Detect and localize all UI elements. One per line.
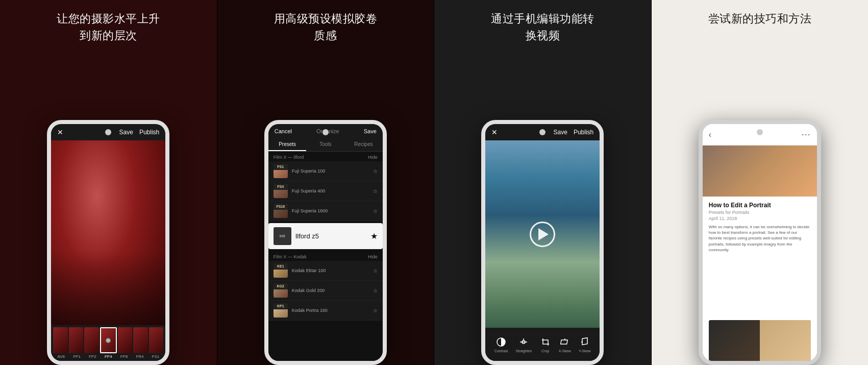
active-indicator — [106, 338, 111, 343]
contrast-icon — [495, 336, 507, 348]
panel-2: 用高级预设模拟胶卷质感 Cancel Organize Save Presets… — [217, 0, 434, 365]
close-icon-3[interactable]: ✕ — [491, 128, 498, 136]
preset-star-ih5[interactable]: ★ — [370, 231, 378, 241]
article-date: April 11, 2018 — [709, 216, 811, 221]
film-label-fp4: FP4 — [101, 354, 116, 359]
tab-recipes[interactable]: Recipes — [344, 138, 383, 151]
preset-item-fs1[interactable]: FS1 Fuji Superia 100 ☆ — [268, 161, 383, 181]
preset-thumb-ih5: IH5 — [274, 227, 291, 245]
close-icon[interactable]: ✕ — [57, 128, 63, 136]
preset-thumb-ke1: KE1 — [274, 263, 288, 278]
yskew-icon — [579, 336, 590, 348]
phone-1-actions: Save Publish — [119, 129, 160, 136]
phone-1-frame: ✕ Save Publish — [47, 120, 169, 365]
film-thumb-fp2[interactable] — [84, 327, 99, 353]
phone-3-video-image — [485, 140, 600, 328]
article-body: With so many options, it can be overwhel… — [709, 224, 811, 253]
film-label-fp1: FP1 — [69, 354, 85, 359]
phone-2-screen: Cancel Organize Save Presets Tools Recip… — [268, 124, 383, 361]
phone-2-frame: Cancel Organize Save Presets Tools Recip… — [264, 120, 387, 365]
svg-rect-4 — [561, 340, 567, 344]
phone-4-frame: ‹ ··· How to Edit a Portrait Presets for… — [699, 120, 821, 365]
phone-3-screen: ✕ Save Publish — [485, 124, 600, 361]
preset-thumb-fs1: FS1 — [274, 164, 288, 178]
preset-name-kg2: Kodak Gold 200 — [292, 288, 369, 293]
straighten-icon — [518, 336, 529, 348]
phone-2-topbar: Cancel Organize Save — [268, 124, 383, 138]
phone-4-topbar: ‹ ··· — [703, 124, 817, 145]
cancel-button[interactable]: Cancel — [275, 128, 292, 134]
film-thumb-fr4[interactable] — [133, 327, 148, 353]
filmstrip-labels: AV8 FP1 FP2 FP4 FP8 FR4 FS1 — [51, 353, 165, 361]
preset-thumb-kg2: KG2 — [274, 283, 288, 298]
film-thumb-fp1[interactable] — [69, 327, 84, 353]
section-ilford-name: Film X — Ilford — [274, 155, 304, 160]
more-options-button[interactable]: ··· — [802, 129, 811, 140]
preset-item-fs16[interactable]: FS16 Fuji Superia 1600 ☆ — [268, 201, 383, 221]
preset-item-ih5[interactable]: IH5 Ilford z5 ★ — [268, 223, 383, 249]
panel-2-title: 用高级预设模拟胶卷质感 — [217, 0, 434, 52]
tool-straighten[interactable]: Straighten — [516, 336, 532, 353]
preset-name-fs1: Fuji Superia 100 — [292, 168, 369, 174]
svg-rect-6 — [582, 337, 587, 345]
tool-yskew[interactable]: Y-Skew — [579, 336, 590, 353]
phone-4-screen: ‹ ··· How to Edit a Portrait Presets for… — [703, 124, 817, 361]
xskew-label: X-Skew — [559, 349, 571, 353]
presets-list: Film X — Ilford Hide FS1 Fuji Superia 10… — [268, 152, 383, 361]
section-ilford-header: Film X — Ilford Hide — [268, 152, 383, 161]
film-thumb-fs1[interactable] — [149, 327, 164, 353]
crop-icon — [540, 336, 551, 348]
save-button-3[interactable]: Save — [554, 129, 567, 136]
tool-xskew[interactable]: X-Skew — [559, 336, 571, 353]
phone-3-actions: Save Publish — [554, 129, 594, 136]
publish-button-3[interactable]: Publish — [574, 129, 593, 136]
film-label-av8: AV8 — [53, 354, 69, 359]
play-button[interactable] — [530, 222, 555, 247]
section-kodak-name: Film X — Kodak — [274, 254, 307, 259]
preset-item-kp1[interactable]: KP1 Kodak Portra 160 ☆ — [268, 301, 383, 321]
preset-thumb-fs4: FS4 — [274, 184, 288, 198]
film-label-fp2: FP2 — [85, 354, 101, 359]
preset-item-fs4[interactable]: FS4 Fuji Superia 400 ☆ — [268, 181, 383, 201]
preset-star-fs4[interactable]: ☆ — [373, 188, 378, 194]
film-label-fr4: FR4 — [132, 354, 148, 359]
article-hero-image — [703, 145, 817, 197]
yskew-label: Y-Skew — [579, 349, 590, 353]
phone-1-image — [51, 140, 165, 325]
preset-name-fs4: Fuji Superia 400 — [292, 188, 369, 193]
preset-thumb-kp1: KP1 — [274, 303, 288, 318]
back-button[interactable]: ‹ — [709, 130, 711, 139]
publish-button[interactable]: Publish — [139, 129, 159, 136]
tool-crop[interactable]: Crop — [540, 336, 551, 353]
preset-star-ke1[interactable]: ☆ — [373, 268, 378, 274]
article-content: How to Edit a Portrait Presets for Portr… — [703, 197, 817, 320]
save-button[interactable]: Save — [119, 129, 133, 136]
phone-1-screen: ✕ Save Publish — [51, 124, 165, 361]
preset-star-kg2[interactable]: ☆ — [373, 288, 378, 294]
preset-star-fs16[interactable]: ☆ — [373, 208, 378, 214]
crop-label: Crop — [541, 349, 549, 353]
preset-item-ke1[interactable]: KE1 Kodak Ektar 100 ☆ — [268, 261, 383, 281]
film-label-fp8: FP8 — [116, 354, 132, 359]
film-thumb-fp8[interactable] — [118, 327, 133, 353]
save-button-2[interactable]: Save — [364, 128, 377, 134]
phone-3-frame: ✕ Save Publish — [481, 120, 604, 365]
film-thumb-fp4[interactable] — [100, 327, 117, 353]
phone-3-topbar: ✕ Save Publish — [485, 124, 600, 140]
preset-star-fs1[interactable]: ☆ — [373, 168, 378, 174]
film-label-fs1: FS1 — [147, 354, 163, 359]
preset-item-kg2[interactable]: KG2 Kodak Gold 200 ☆ — [268, 281, 383, 301]
tool-contrast[interactable]: Contrast — [494, 336, 508, 353]
article-title: How to Edit a Portrait — [709, 202, 811, 209]
preset-name-fs16: Fuji Superia 1600 — [292, 208, 369, 213]
tab-tools[interactable]: Tools — [306, 138, 344, 151]
tab-presets[interactable]: Presets — [268, 138, 307, 151]
film-thumb-av8[interactable] — [53, 327, 68, 353]
preset-star-kp1[interactable]: ☆ — [373, 308, 378, 313]
panel-4-title: 尝试新的技巧和方法 — [652, 0, 869, 35]
section-kodak-hide[interactable]: Hide — [368, 254, 378, 259]
woman-photo — [51, 140, 165, 325]
preset-thumb-fs16: FS16 — [274, 204, 288, 218]
phone-3-toolbar: Contrast Straighten — [485, 328, 600, 361]
section-ilford-hide[interactable]: Hide — [368, 155, 378, 160]
